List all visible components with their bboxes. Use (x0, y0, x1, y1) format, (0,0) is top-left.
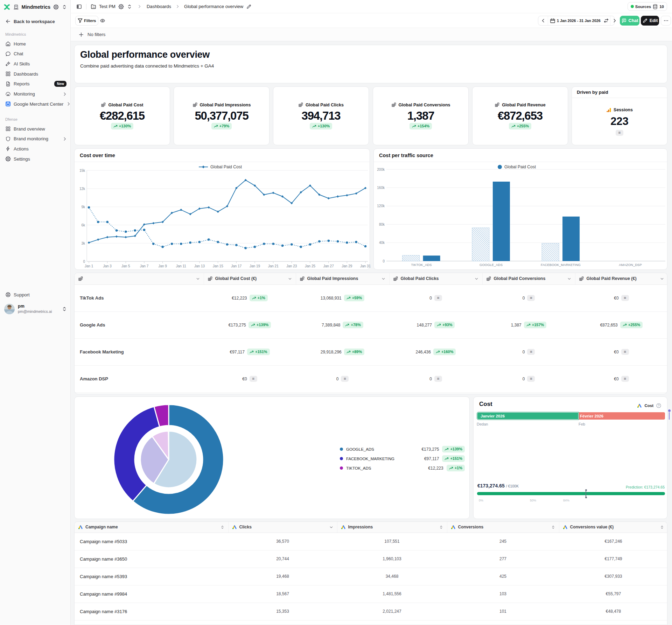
svg-text:Jan 5: Jan 5 (121, 264, 130, 268)
svg-text:9k: 9k (81, 205, 85, 209)
svg-text:Jan 7: Jan 7 (140, 264, 149, 268)
svg-text:Jan 3: Jan 3 (103, 264, 112, 268)
svg-text:AMAZON_DSP: AMAZON_DSP (619, 263, 642, 267)
svg-text:GOOGLE_ADS: GOOGLE_ADS (479, 263, 503, 267)
svg-text:40k: 40k (379, 241, 385, 245)
svg-text:120k: 120k (377, 204, 385, 208)
svg-text:Global Paid Cost: Global Paid Cost (504, 164, 536, 169)
svg-text:80k: 80k (379, 223, 385, 226)
svg-text:12k: 12k (79, 187, 85, 191)
svg-text:Jan 11: Jan 11 (176, 264, 187, 268)
svg-text:Jan 27: Jan 27 (323, 264, 334, 268)
svg-text:Jan 25: Jan 25 (305, 264, 315, 268)
svg-text:Jan 21: Jan 21 (268, 264, 279, 268)
svg-text:200k: 200k (377, 168, 385, 171)
svg-text:3k: 3k (81, 241, 85, 245)
svg-text:Jan 1: Jan 1 (85, 264, 93, 268)
svg-text:15k: 15k (79, 169, 85, 173)
svg-text:Jan 17: Jan 17 (231, 264, 241, 268)
svg-text:Jan 13: Jan 13 (194, 264, 205, 268)
svg-text:Jan 9: Jan 9 (158, 264, 167, 268)
svg-text:PM: PM (92, 6, 95, 8)
svg-text:Jan 23: Jan 23 (286, 264, 297, 268)
svg-text:Jan 19: Jan 19 (250, 264, 260, 268)
svg-text:6k: 6k (81, 223, 85, 227)
svg-text:Global Paid Cost: Global Paid Cost (210, 164, 242, 169)
svg-text:0: 0 (83, 260, 85, 264)
svg-text:TIKTOK_ADS: TIKTOK_ADS (411, 263, 432, 267)
svg-text:Jan 29: Jan 29 (342, 264, 352, 268)
svg-text:0: 0 (383, 259, 385, 263)
svg-text:Jan 31: Jan 31 (360, 264, 371, 268)
svg-text:160k: 160k (377, 186, 385, 190)
svg-text:Jan 15: Jan 15 (213, 264, 223, 268)
svg-text:FACEBOOK_MARKETING: FACEBOOK_MARKETING (541, 263, 581, 267)
